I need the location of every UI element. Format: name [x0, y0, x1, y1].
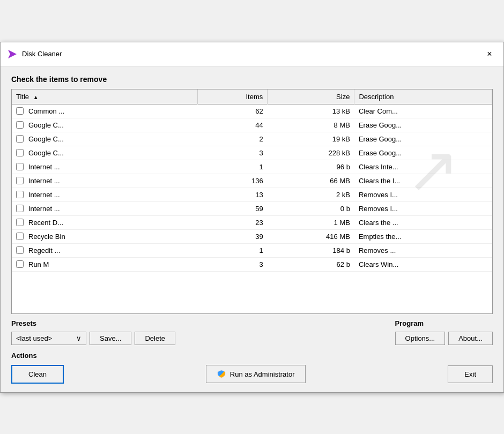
presets-dropdown-arrow: ∨: [76, 334, 81, 342]
cell-title: Recent D...: [12, 216, 198, 230]
title-bar: Disk Cleaner ×: [1, 42, 503, 66]
cell-description: Removes I...: [354, 188, 492, 202]
cell-items: 3: [198, 146, 268, 160]
program-controls: Options... About...: [395, 332, 493, 345]
main-window: Disk Cleaner × Check the items to remove…: [0, 42, 504, 393]
cell-size: 19 kB: [268, 132, 354, 146]
table-row: Internet ...13666 MBClears the I...: [12, 174, 492, 188]
cell-title-text: Google C...: [28, 135, 64, 143]
close-button[interactable]: ×: [482, 47, 497, 62]
row-checkbox[interactable]: [16, 219, 24, 226]
cell-title-text: Internet ...: [28, 177, 60, 185]
cell-title-text: Internet ...: [28, 163, 60, 171]
content-area: Check the items to remove ↗ Title ▲ Item…: [1, 66, 503, 392]
cell-items: 44: [198, 118, 268, 132]
cell-title: Google C...: [12, 132, 198, 146]
cell-description: Erase Goog...: [354, 118, 492, 132]
cell-size: 0 b: [268, 202, 354, 216]
col-size[interactable]: Size: [268, 89, 354, 104]
cell-size: 8 MB: [268, 118, 354, 132]
clean-button[interactable]: Clean: [11, 365, 64, 384]
table-row: Internet ...196 bClears Inte...: [12, 160, 492, 174]
cell-title-text: Internet ...: [28, 191, 60, 199]
row-checkbox[interactable]: [16, 191, 24, 198]
row-checkbox[interactable]: [16, 121, 24, 129]
cell-items: 39: [198, 230, 268, 244]
row-checkbox[interactable]: [16, 246, 24, 254]
cell-items: 3: [198, 258, 268, 272]
cell-size: 96 b: [268, 160, 354, 174]
delete-button[interactable]: Delete: [135, 332, 175, 345]
options-button[interactable]: Options...: [395, 332, 446, 345]
cell-items: 59: [198, 202, 268, 216]
items-table-container: ↗ Title ▲ Items Size Description: [11, 89, 493, 314]
table-row: Google C...448 MBErase Goog...: [12, 118, 492, 132]
cell-description: Empties the...: [354, 230, 492, 244]
exit-button[interactable]: Exit: [448, 365, 493, 383]
cell-size: 2 kB: [268, 188, 354, 202]
table-row: Common ...6213 kBClear Com...: [12, 104, 492, 118]
about-button[interactable]: About...: [448, 332, 493, 345]
cell-title: Regedit ...: [12, 244, 198, 258]
col-title[interactable]: Title ▲: [12, 89, 198, 104]
page-title: Check the items to remove: [11, 75, 493, 84]
table-row: Internet ...132 kBRemoves I...: [12, 188, 492, 202]
row-checkbox[interactable]: [16, 177, 24, 184]
actions-section: Actions Clean: [11, 351, 493, 384]
cell-description: Clears Inte...: [354, 160, 492, 174]
program-group: Program Options... About...: [395, 319, 493, 345]
table-row: Recent D...231 MBClears the ...: [12, 216, 492, 230]
cell-description: Removes ...: [354, 244, 492, 258]
cell-description: Erase Goog...: [354, 132, 492, 146]
sort-arrow-icon: ▲: [33, 94, 39, 100]
cell-size: 184 b: [268, 244, 354, 258]
cell-title-text: Run M: [28, 260, 49, 268]
items-table: Title ▲ Items Size Description Common ..…: [12, 89, 492, 272]
row-checkbox[interactable]: [16, 205, 24, 212]
cell-size: 13 kB: [268, 104, 354, 118]
cell-title: Internet ...: [12, 160, 198, 174]
cell-items: 62: [198, 104, 268, 118]
cell-items: 1: [198, 160, 268, 174]
cell-title: Internet ...: [12, 174, 198, 188]
presets-controls: <last used> ∨ Save... Delete: [11, 332, 175, 345]
cell-size: 1 MB: [268, 216, 354, 230]
row-checkbox[interactable]: [16, 149, 24, 156]
cell-title: Recycle Bin: [12, 230, 198, 244]
table-row: Google C...3228 kBErase Goog...: [12, 146, 492, 160]
row-checkbox[interactable]: [16, 107, 24, 115]
cell-description: Clears the ...: [354, 216, 492, 230]
svg-marker-0: [8, 50, 17, 58]
table-row: Google C...219 kBErase Goog...: [12, 132, 492, 146]
row-checkbox[interactable]: [16, 163, 24, 170]
presets-program-row: Presets <last used> ∨ Save... Delete Pro…: [11, 319, 493, 345]
cell-title: Common ...: [12, 104, 198, 118]
table-body: Common ...6213 kBClear Com...Google C...…: [12, 104, 492, 272]
uac-shield-icon: [217, 370, 226, 378]
cell-title-text: Google C...: [28, 121, 64, 129]
title-bar-left: Disk Cleaner: [7, 49, 62, 59]
cell-title-text: Regedit ...: [28, 246, 60, 255]
presets-dropdown[interactable]: <last used> ∨: [11, 332, 86, 345]
col-description[interactable]: Description: [354, 89, 492, 104]
row-checkbox[interactable]: [16, 135, 24, 143]
cell-description: Clears the I...: [354, 174, 492, 188]
run-admin-button[interactable]: Run as Administrator: [206, 365, 306, 383]
cell-description: Removes I...: [354, 202, 492, 216]
table-row: Regedit ...1184 bRemoves ...: [12, 244, 492, 258]
cell-title-text: Common ...: [28, 107, 64, 115]
table-header-row: Title ▲ Items Size Description: [12, 89, 492, 104]
cell-title: Google C...: [12, 146, 198, 160]
cell-description: Erase Goog...: [354, 146, 492, 160]
actions-label: Actions: [11, 351, 493, 360]
cell-items: 23: [198, 216, 268, 230]
col-items[interactable]: Items: [198, 89, 268, 104]
row-checkbox[interactable]: [16, 260, 24, 268]
cell-title-text: Recent D...: [28, 219, 63, 227]
row-checkbox[interactable]: [16, 233, 24, 240]
table-scroll[interactable]: Title ▲ Items Size Description Common ..…: [12, 89, 492, 313]
save-button[interactable]: Save...: [90, 332, 131, 345]
cell-items: 13: [198, 188, 268, 202]
cell-title: Internet ...: [12, 188, 198, 202]
run-admin-label: Run as Administrator: [230, 370, 295, 378]
